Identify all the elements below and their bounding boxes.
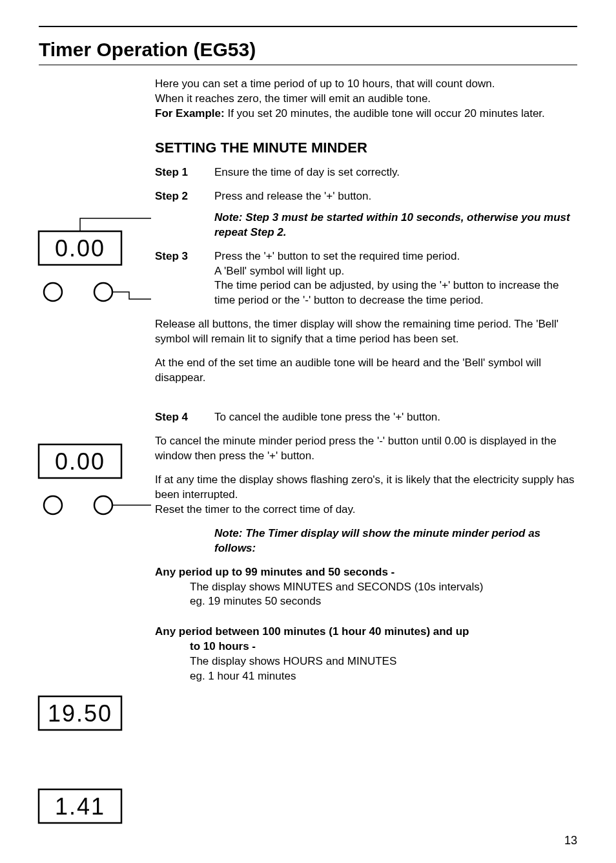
minus-button-icon: [44, 283, 62, 301]
step-3-label: Step 3: [155, 249, 214, 309]
period2-l2: eg. 1 hour 41 minutes: [190, 669, 577, 684]
connector-step3: [112, 292, 151, 299]
step-2-label: Step 2: [155, 189, 214, 240]
step-3: Step 3 Press the '+' button to set the r…: [155, 249, 577, 309]
period2-l1: The display shows HOURS and MINUTES: [190, 654, 577, 669]
step-4-text: To cancel the audible tone press the '+'…: [214, 410, 577, 425]
page-number: 13: [564, 834, 577, 847]
step-4-label: Step 4: [155, 410, 214, 425]
intro-line1: Here you can set a time period of up to …: [155, 78, 495, 90]
step-2-text: Press and release the '+' button.: [214, 189, 577, 204]
step-2-note: Note: Step 3 must be started within 10 s…: [214, 211, 577, 240]
plus-button-icon-2: [94, 496, 112, 514]
example-label: For Example:: [155, 107, 225, 120]
display-note-row: Note: The Timer display will show the mi…: [155, 526, 577, 556]
minus-button-icon-2: [44, 496, 62, 514]
plus-button-icon: [94, 283, 112, 301]
period1-block: Any period up to 99 minutes and 50 secon…: [155, 565, 577, 610]
flashing-para: If at any time the display shows flashin…: [155, 473, 577, 517]
top-rule: [39, 26, 577, 27]
flashing-l1: If at any time the display shows flashin…: [155, 473, 575, 501]
cancel-para: To cancel the minute minder period press…: [155, 434, 577, 464]
step-3-l3: The time period can be adjusted, by usin…: [214, 278, 577, 308]
display-text-4: 1.41: [55, 793, 105, 820]
example-text: If you set 20 minutes, the audible tone …: [227, 107, 544, 120]
intro-line2: When it reaches zero, the timer will emi…: [155, 92, 431, 105]
display-text-1: 0.00: [55, 235, 105, 262]
display-box-2: [39, 444, 121, 478]
display-box-1: [39, 231, 121, 265]
display-box-4: [39, 789, 121, 823]
step-1-label: Step 1: [155, 165, 214, 180]
display-box-3: [39, 696, 121, 730]
display-text-3: 19.50: [48, 700, 112, 727]
connector-step2: [80, 218, 151, 231]
period1-l1: The display shows MINUTES and SECONDS (1…: [190, 580, 577, 595]
period2-head: Any period between 100 minutes (1 hour 4…: [155, 625, 577, 654]
display-note: Note: The Timer display will show the mi…: [214, 526, 577, 556]
period1-l2: eg. 19 minutes 50 seconds: [190, 594, 577, 609]
step-1-text: Ensure the time of day is set correctly.: [214, 165, 577, 180]
section-heading: SETTING THE MINUTE MINDER: [155, 140, 577, 156]
display-text-2: 0.00: [55, 448, 105, 475]
period2-block: Any period between 100 minutes (1 hour 4…: [155, 625, 577, 684]
release-para: Release all buttons, the timer display w…: [155, 317, 577, 347]
title-rule: [39, 65, 577, 65]
step-4: Step 4 To cancel the audible tone press …: [155, 410, 577, 425]
step-3-l1: Press the '+' button to set the required…: [214, 249, 577, 264]
end-para: At the end of the set time an audible to…: [155, 356, 577, 386]
step-1: Step 1 Ensure the time of day is set cor…: [155, 165, 577, 180]
page-title: Timer Operation (EG53): [39, 39, 577, 61]
main-content: Here you can set a time period of up to …: [155, 77, 577, 684]
step-3-l2: A 'Bell' symbol will light up.: [214, 264, 577, 279]
flashing-l2: Reset the timer to the correct time of d…: [155, 503, 356, 515]
step-2: Step 2 Press and release the '+' button.…: [155, 189, 577, 240]
period1-head: Any period up to 99 minutes and 50 secon…: [155, 565, 577, 580]
intro-block: Here you can set a time period of up to …: [155, 77, 577, 121]
